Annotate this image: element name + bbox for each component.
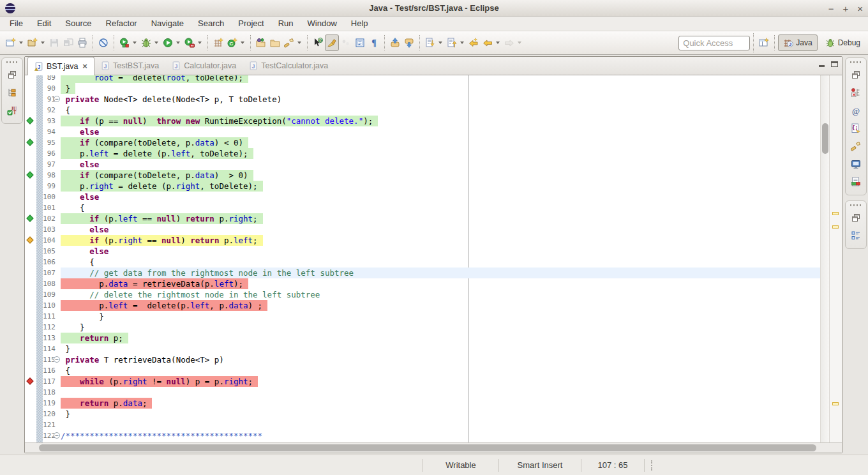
code-text[interactable]: p.left = delete(p.left, p.data) ; — [61, 300, 820, 311]
run-button-dropdown[interactable] — [176, 41, 180, 44]
code-text[interactable]: { — [61, 257, 820, 268]
code-line-111[interactable]: 111 } — [25, 311, 820, 322]
annotation-ruler-cell[interactable] — [25, 409, 36, 419]
code-line-112[interactable]: 112 } — [25, 322, 820, 333]
code-line-116[interactable]: 116 { — [25, 365, 820, 376]
code-line-114[interactable]: 114 } — [25, 343, 820, 354]
code-text[interactable]: private T retrieveData(Node<T> p) — [61, 354, 820, 365]
outline-view-icon[interactable] — [848, 228, 864, 243]
fold-ruler-cell[interactable]: − — [56, 94, 61, 105]
code-text[interactable]: if (p.right == null) return p.left; — [61, 235, 820, 246]
new-class-button[interactable]: C — [225, 34, 239, 51]
code-text[interactable]: root = delete(root, toDelete); — [61, 75, 820, 83]
code-text[interactable]: p.left = delete (p.left, toDelete); — [61, 148, 820, 159]
code-line-95[interactable]: 95 if (compare(toDelete, p.data) < 0) — [25, 137, 820, 148]
annotation-ruler-cell[interactable] — [25, 137, 36, 148]
code-text[interactable]: else — [61, 192, 820, 202]
code-text[interactable]: } — [61, 311, 820, 322]
code-text[interactable]: { — [61, 365, 820, 376]
minimize-button[interactable]: − — [828, 3, 834, 14]
annotation-ruler-cell[interactable] — [25, 311, 36, 322]
annotation-ruler-cell[interactable] — [25, 257, 36, 268]
annotation-ruler-cell[interactable] — [25, 148, 36, 159]
open-resource-button[interactable] — [268, 34, 282, 51]
overview-ruler[interactable] — [829, 75, 842, 442]
new-class-button-dropdown[interactable] — [241, 41, 244, 44]
next-edit-location-button-dropdown[interactable] — [438, 41, 442, 44]
annotation-ruler-cell[interactable] — [25, 354, 36, 365]
annotation-ruler-cell[interactable] — [25, 235, 36, 246]
overview-annotation-mark[interactable] — [832, 402, 839, 405]
status-drag-handle[interactable] — [651, 460, 654, 471]
previous-edit-location-button-dropdown[interactable] — [460, 41, 464, 44]
overview-annotation-mark[interactable] — [832, 225, 839, 229]
code-text[interactable]: } — [61, 409, 820, 419]
code-text[interactable]: else — [61, 246, 820, 257]
code-line-99[interactable]: 99 p.right = delete (p.right, toDelete); — [25, 181, 820, 192]
code-text[interactable]: else — [61, 159, 820, 170]
code-text[interactable]: } — [61, 343, 820, 354]
menu-window[interactable]: Window — [301, 17, 344, 31]
maximize-button[interactable]: + — [842, 3, 848, 14]
code-line-101[interactable]: 101 { — [25, 202, 820, 213]
new-java-project-button-dropdown[interactable] — [41, 41, 45, 44]
java-perspective-button[interactable]: JJava — [778, 34, 817, 51]
new-wizard-button[interactable] — [4, 34, 18, 51]
code-text[interactable]: if (p.left == null) return p.right; — [61, 213, 820, 224]
code-line-110[interactable]: 110 p.left = delete(p.left, p.data) ; — [25, 300, 820, 311]
code-line-90[interactable]: 90 } — [25, 83, 820, 94]
menu-edit[interactable]: Edit — [30, 17, 58, 31]
code-text[interactable]: else — [61, 126, 820, 137]
restore-views-icon[interactable] — [848, 67, 864, 82]
code-line-119[interactable]: 119 return p.data; — [25, 398, 820, 409]
skip-all-breakpoints-button[interactable] — [96, 34, 110, 51]
drag-handle[interactable] — [850, 61, 862, 63]
tab-testcalculator-java[interactable]: JTestCalculator.java — [243, 57, 334, 75]
code-line-115[interactable]: 115− private T retrieveData(Node<T> p) — [25, 354, 820, 365]
toggle-mark-occurrences-button[interactable] — [325, 34, 339, 51]
annotation-ruler-cell[interactable] — [25, 289, 36, 300]
code-line-103[interactable]: 103 else — [25, 224, 820, 235]
code-text[interactable]: } — [61, 83, 820, 94]
code-line-97[interactable]: 97 else — [25, 159, 820, 170]
menu-file[interactable]: File — [3, 17, 30, 31]
previous-edit-location-button[interactable] — [445, 34, 459, 51]
collapse-icon[interactable]: − — [54, 432, 60, 439]
code-line-93[interactable]: 93 if (p == null) throw new RuntimeExcep… — [25, 116, 820, 126]
package-explorer-view-icon[interactable] — [4, 85, 20, 100]
annotation-ruler-cell[interactable] — [25, 246, 36, 257]
code-line-109[interactable]: 109 // delete the rightmost node in the … — [25, 289, 820, 300]
code-line-122[interactable]: 122−/***********************************… — [25, 430, 820, 441]
code-line-89[interactable]: 89 root = delete(root, toDelete); — [25, 75, 820, 83]
code-line-118[interactable]: 118 — [25, 387, 820, 398]
annotation-ruler-cell[interactable] — [25, 300, 36, 311]
code-line-98[interactable]: 98 if (compare(toDelete, p.data) > 0) — [25, 170, 820, 181]
coverage-button-dropdown[interactable] — [133, 41, 137, 44]
horizontal-scrollbar[interactable] — [25, 442, 842, 453]
code-line-104[interactable]: 104 if (p.right == null) return p.left; — [25, 235, 820, 246]
back-button-dropdown[interactable] — [496, 41, 500, 44]
console-view-icon[interactable] — [848, 156, 864, 172]
run-button[interactable] — [161, 34, 175, 51]
code-line-121[interactable]: 121 — [25, 419, 820, 430]
minimize-editor-icon[interactable] — [819, 65, 825, 67]
declaration-view-icon[interactable]: {; — [848, 121, 864, 136]
code-text[interactable]: p.data = retrieveData(p.left); — [61, 278, 820, 289]
restore-views-icon[interactable] — [848, 210, 864, 225]
annotation-ruler-cell[interactable] — [25, 105, 36, 116]
annotation-ruler-cell[interactable] — [25, 202, 36, 213]
code-editor[interactable]: 89 root = delete(root, toDelete);90 }91−… — [25, 75, 842, 442]
code-text[interactable]: return p; — [61, 333, 820, 343]
debug-button-dropdown[interactable] — [154, 41, 158, 44]
code-line-102[interactable]: 102 if (p.left == null) return p.right; — [25, 213, 820, 224]
code-text[interactable]: } — [61, 322, 820, 333]
code-line-120[interactable]: 120 } — [25, 409, 820, 419]
last-edit-location-button[interactable] — [467, 34, 481, 51]
quick-access-input[interactable] — [678, 36, 750, 50]
debug-perspective-button[interactable]: Debug — [820, 34, 865, 51]
code-text[interactable]: while (p.right != null) p = p.right; — [61, 376, 820, 387]
annotation-ruler-cell[interactable] — [25, 365, 36, 376]
code-line-94[interactable]: 94 else — [25, 126, 820, 137]
restore-views-icon[interactable] — [4, 67, 20, 82]
code-text[interactable]: if (compare(toDelete, p.data) > 0) — [61, 170, 820, 181]
